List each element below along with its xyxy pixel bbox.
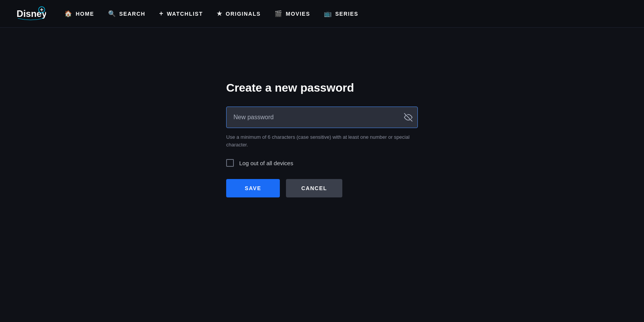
tv-icon: 📺 — [324, 10, 332, 17]
film-icon: 🎬 — [274, 10, 283, 17]
password-input-wrapper — [226, 107, 418, 128]
navbar: Disney 🏠 HOME 🔍 SEARCH + WATCHLIST — [0, 0, 644, 28]
nav-watchlist[interactable]: + WATCHLIST — [159, 10, 203, 18]
password-hint: Use a minimum of 6 characters (case sens… — [226, 133, 418, 148]
logo[interactable]: Disney — [15, 4, 46, 23]
form-buttons: SAVE CANCEL — [226, 179, 418, 197]
home-icon: 🏠 — [64, 10, 73, 17]
nav-series[interactable]: 📺 SERIES — [324, 10, 358, 17]
nav-links: 🏠 HOME 🔍 SEARCH + WATCHLIST ★ ORIGINALS — [64, 10, 358, 18]
search-icon: 🔍 — [108, 10, 117, 17]
page-title: Create a new password — [226, 81, 418, 94]
nav-search[interactable]: 🔍 SEARCH — [108, 10, 146, 17]
logout-devices-checkbox[interactable] — [226, 159, 234, 167]
toggle-password-visibility-button[interactable] — [404, 113, 412, 122]
logout-devices-label[interactable]: Log out of all devices — [239, 160, 293, 166]
nav-home[interactable]: 🏠 HOME — [64, 10, 94, 17]
main-content: Create a new password Use a minimum of 6… — [0, 28, 644, 197]
star-icon: ★ — [217, 10, 223, 17]
cancel-button[interactable]: CANCEL — [286, 179, 342, 197]
save-button[interactable]: SAVE — [226, 179, 280, 197]
password-form: Create a new password Use a minimum of 6… — [226, 81, 418, 197]
eye-off-icon — [404, 113, 412, 122]
plus-icon: + — [159, 10, 164, 18]
new-password-input[interactable] — [226, 107, 418, 128]
logout-devices-row: Log out of all devices — [226, 159, 418, 167]
nav-movies[interactable]: 🎬 MOVIES — [274, 10, 310, 17]
nav-originals[interactable]: ★ ORIGINALS — [217, 10, 261, 17]
